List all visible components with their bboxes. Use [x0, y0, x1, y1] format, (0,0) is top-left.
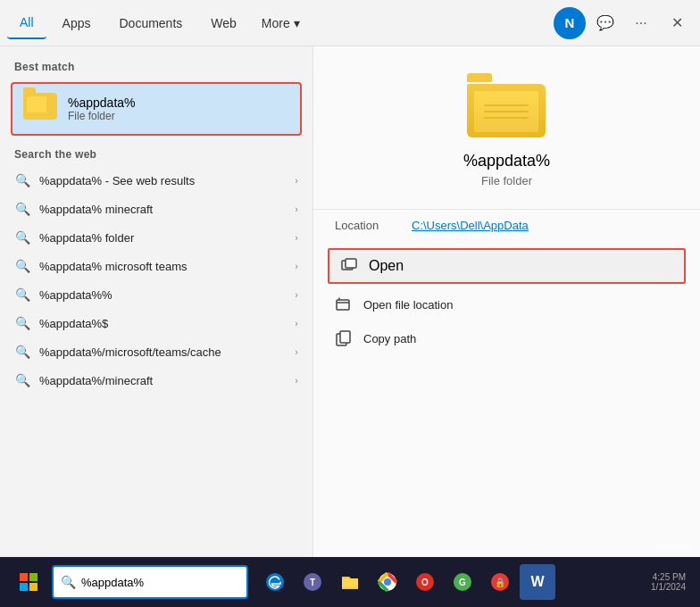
chevron-right-icon: › — [295, 289, 298, 300]
svg-text:🔒: 🔒 — [495, 577, 506, 588]
best-match-item[interactable]: %appdata% File folder — [11, 82, 302, 136]
open-file-location-label: Open file location — [363, 298, 453, 312]
search-icon: 🔍 — [14, 372, 30, 388]
search-icon: 🔍 — [14, 287, 30, 303]
taskbar-app-teams[interactable]: T — [295, 564, 330, 600]
taskbar-app-security[interactable]: 🔒 — [482, 564, 518, 600]
actions-section: Open Open file location — [313, 241, 700, 359]
taskbar-app-word[interactable]: W — [520, 564, 555, 600]
location-path-link[interactable]: C:\Users\Dell\AppData — [412, 219, 529, 232]
folder-icon-sm — [23, 93, 59, 125]
tab-all[interactable]: All — [7, 7, 46, 39]
search-icon: 🔍 — [14, 258, 30, 274]
search-icon: 🔍 — [14, 172, 30, 188]
svg-rect-7 — [20, 583, 28, 591]
chevron-right-icon: › — [295, 232, 298, 243]
tab-web[interactable]: Web — [198, 7, 249, 39]
best-match-label: Best match — [0, 57, 312, 79]
tab-documents[interactable]: Documents — [106, 7, 195, 39]
open-label: Open — [369, 258, 404, 274]
taskbar: 🔍 %appdata% T O — [0, 557, 700, 607]
taskbar-app-browser2[interactable]: G — [445, 564, 480, 600]
list-item[interactable]: 🔍 %appdata% minecraft › — [0, 195, 312, 223]
list-item[interactable]: 🔍 %appdata%/minecraft › — [0, 366, 312, 395]
svg-point-13 — [384, 578, 391, 586]
svg-rect-5 — [20, 573, 28, 581]
list-item[interactable]: 🔍 %appdata% folder › — [0, 223, 312, 252]
svg-rect-6 — [29, 573, 38, 581]
chevron-right-icon: › — [295, 375, 298, 386]
search-icon: 🔍 — [14, 344, 30, 360]
list-item[interactable]: 🔍 %appdata%% › — [0, 280, 312, 309]
search-web-label: Search the web — [0, 145, 312, 166]
taskbar-app-explorer[interactable] — [332, 564, 368, 600]
location-row: Location C:\Users\Dell\AppData — [313, 209, 700, 241]
copy-path-label: Copy path — [363, 332, 416, 345]
taskbar-search-icon: 🔍 — [61, 575, 76, 589]
taskbar-search-text: %appdata% — [81, 576, 144, 589]
svg-rect-4 — [340, 331, 350, 343]
result-text: %appdata% folder — [39, 231, 134, 245]
detail-title: %appdata% — [463, 152, 550, 170]
chevron-right-icon: › — [295, 346, 298, 357]
taskbar-app-outlook[interactable]: O — [407, 564, 443, 600]
svg-rect-2 — [337, 300, 349, 310]
search-icon: 🔍 — [14, 315, 30, 331]
svg-rect-8 — [29, 583, 38, 591]
feedback-icon[interactable]: 💬 — [589, 7, 621, 39]
svg-text:T: T — [310, 578, 315, 587]
top-navigation: All Apps Documents Web More ▾ N 💬 ··· ✕ — [0, 0, 700, 46]
close-icon[interactable]: ✕ — [661, 7, 693, 39]
more-label: More — [262, 16, 290, 30]
location-label: Location — [335, 219, 397, 232]
folder-icon-large — [467, 73, 547, 137]
best-match-text: %appdata% File folder — [68, 96, 136, 122]
result-text: %appdata%$ — [39, 317, 108, 330]
list-item[interactable]: 🔍 %appdata%/microsoft/teams/cache › — [0, 337, 312, 366]
search-icon: 🔍 — [14, 229, 30, 245]
list-item[interactable]: 🔍 %appdata% microsoft teams › — [0, 252, 312, 280]
result-text: %appdata% microsoft teams — [39, 260, 187, 273]
list-item[interactable]: 🔍 %appdata%$ › — [0, 309, 312, 337]
result-text: %appdata%/minecraft — [39, 374, 153, 387]
word-label: W — [530, 574, 544, 590]
chevron-right-icon: › — [295, 318, 298, 328]
open-file-location-icon — [335, 295, 353, 313]
list-item[interactable]: 🔍 %appdata% - See web results › — [0, 166, 312, 195]
chevron-right-icon: › — [295, 204, 298, 214]
chevron-right-icon: › — [295, 175, 298, 186]
copy-path-icon — [335, 329, 353, 347]
more-chevron-icon: ▾ — [294, 16, 300, 30]
user-avatar[interactable]: N — [554, 7, 586, 39]
result-text: %appdata% - See web results — [39, 174, 195, 187]
search-icon: 🔍 — [14, 201, 30, 217]
result-text: %appdata% minecraft — [39, 203, 153, 216]
main-content: Best match %appdata% File folder Search … — [0, 46, 700, 557]
best-match-type: File folder — [68, 110, 136, 122]
svg-text:G: G — [459, 578, 466, 587]
result-text: %appdata%/microsoft/teams/cache — [39, 345, 221, 359]
detail-subtitle: File folder — [481, 174, 532, 187]
taskbar-app-edge[interactable] — [257, 564, 293, 600]
action-open-file-location[interactable]: Open file location — [313, 287, 700, 321]
tab-apps[interactable]: Apps — [50, 7, 104, 39]
left-panel: Best match %appdata% File folder Search … — [0, 46, 312, 557]
result-text: %appdata%% — [39, 288, 112, 302]
taskbar-app-chrome[interactable] — [370, 564, 405, 600]
tab-more[interactable]: More ▾ — [253, 11, 309, 36]
right-panel: %appdata% File folder Location C:\Users\… — [312, 46, 700, 557]
taskbar-search-box[interactable]: 🔍 %appdata% — [52, 565, 248, 599]
system-clock: 4:25 PM 1/1/2024 — [651, 572, 693, 592]
action-copy-path[interactable]: Copy path — [313, 321, 700, 355]
chevron-right-icon: › — [295, 261, 298, 271]
start-button[interactable] — [7, 564, 50, 600]
svg-rect-1 — [346, 259, 356, 268]
open-icon — [340, 257, 358, 275]
svg-text:O: O — [421, 578, 429, 587]
more-options-icon[interactable]: ··· — [625, 7, 657, 39]
best-match-name: %appdata% — [68, 96, 136, 110]
action-open[interactable]: Open — [328, 248, 686, 284]
